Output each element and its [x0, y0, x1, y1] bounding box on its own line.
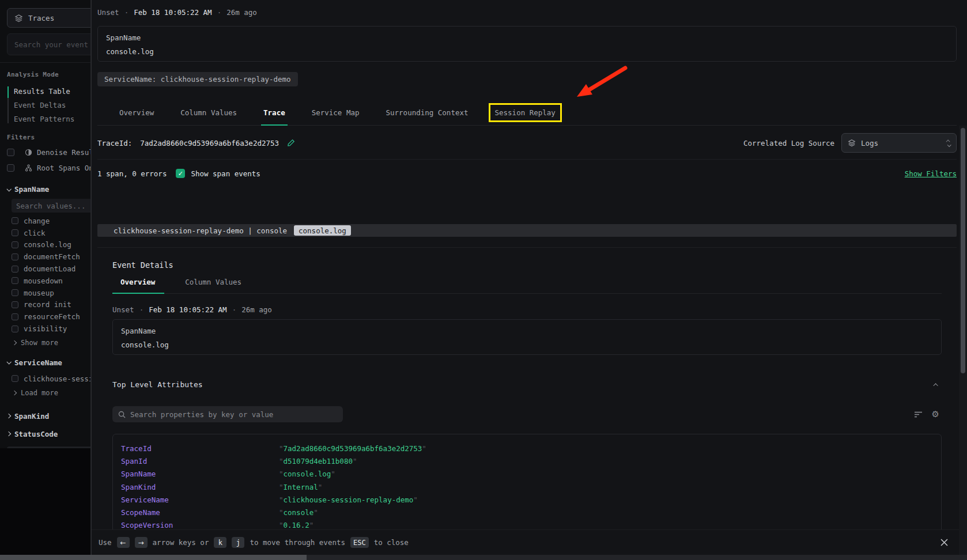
attribute-row[interactable]: SpanKindInternal [121, 480, 941, 493]
analysis-mode-event-patterns[interactable]: Event Patterns [14, 112, 91, 126]
spanname-option[interactable]: documentFetch [12, 251, 91, 263]
servicename-load-more[interactable]: Load more [13, 387, 91, 399]
show-span-events-label[interactable]: Show span events [191, 169, 260, 178]
attribute-value: 0.16.2 [279, 521, 313, 529]
option-checkbox[interactable] [12, 289, 18, 296]
attribute-key: ServiceName [121, 495, 279, 504]
option-checkbox[interactable] [12, 375, 18, 382]
attribute-row[interactable]: ScopeNameconsole [121, 506, 941, 519]
event-details-tabs: Overview Column Values [112, 274, 942, 294]
spanname-option[interactable]: record init [12, 299, 91, 311]
attribute-row[interactable]: SpanNameconsole.log [121, 468, 941, 480]
option-checkbox[interactable] [12, 326, 18, 332]
spanname-option[interactable]: console.log [12, 239, 91, 251]
separator-dot: · [139, 305, 144, 314]
option-checkbox[interactable] [12, 277, 18, 284]
event-details-tab-overview[interactable]: Overview [120, 274, 155, 293]
chevron-right-icon [6, 432, 11, 436]
status-value: Unset [97, 8, 119, 17]
option-checkbox[interactable] [12, 313, 18, 320]
option-checkbox[interactable] [12, 229, 18, 236]
keyboard-hints-footer: Use ← → arrow keys or k j to move throug… [92, 529, 959, 555]
horizontal-scrollbar-track[interactable] [0, 555, 967, 560]
filter-lines-icon[interactable] [914, 411, 923, 418]
log-source-value: Logs [861, 139, 878, 147]
option-checkbox[interactable] [12, 266, 18, 273]
tab-column-values[interactable]: Column Values [180, 108, 237, 125]
status-value: Unset [112, 305, 134, 314]
j-key: j [232, 537, 244, 548]
close-panel-button[interactable] [940, 538, 949, 547]
event-details-status-line: Unset · Feb 18 10:05:22 AM · 26m ago [112, 304, 942, 315]
option-checkbox[interactable] [12, 217, 18, 224]
spanname-values-search[interactable] [12, 199, 91, 213]
option-checkbox[interactable] [12, 301, 18, 308]
denoise-checkbox[interactable] [7, 149, 14, 156]
filter-group-servicename[interactable]: ServiceName [7, 358, 91, 367]
tab-surrounding-context[interactable]: Surrounding Context [386, 108, 469, 125]
top-level-attributes-header[interactable]: Top Level Attributes [112, 380, 942, 389]
sidebar-search-input[interactable] [14, 40, 91, 49]
waterfall-span-row[interactable]: clickhouse-session-replay-demo | console… [97, 224, 957, 237]
attribute-row[interactable]: TraceId7ad2ad8660c9d53969a6bf6a3e2d2753 [121, 442, 941, 455]
filters-header: Filters [7, 134, 91, 141]
source-selector-button[interactable]: Traces [7, 8, 91, 28]
edit-pencil-icon[interactable] [287, 139, 295, 147]
spanname-values-search-input[interactable] [16, 202, 91, 210]
attribute-value: 7ad2ad8660c9d53969a6bf6a3e2d2753 [279, 444, 426, 453]
spanname-option[interactable]: mousedown [12, 275, 91, 287]
chevron-down-icon [6, 360, 11, 365]
show-more-label: Show more [21, 339, 58, 347]
tab-session-replay[interactable]: Session Replay [495, 108, 556, 125]
spanname-option[interactable]: resourceFetch [12, 311, 91, 323]
spanname-option[interactable]: visibility [12, 323, 91, 335]
root-spans-toggle[interactable]: Root Spans Onl [7, 160, 91, 176]
spanname-option[interactable]: documentLoad [12, 263, 91, 275]
event-timestamp: Feb 18 10:05:22 AM [149, 305, 226, 314]
servicename-option[interactable]: clickhouse-sessi [12, 373, 91, 385]
attribute-row[interactable]: SpanIdd51079d4eb11b080 [121, 455, 941, 467]
attributes-search[interactable] [112, 406, 343, 422]
denoise-results-toggle[interactable]: Denoise Result [7, 145, 91, 160]
chevron-right-icon [6, 414, 11, 418]
tab-trace[interactable]: Trace [263, 108, 285, 125]
gear-icon[interactable]: ⚙ [932, 410, 939, 419]
tab-overview[interactable]: Overview [119, 108, 154, 125]
spanname-option[interactable]: mouseup [12, 287, 91, 299]
app-root: Traces Analysis Mode Results Table Event… [0, 0, 967, 560]
horizontal-scrollbar-thumb[interactable] [0, 555, 307, 560]
option-label: change [24, 217, 50, 225]
spanname-show-more[interactable]: Show more [13, 336, 91, 349]
event-details-tab-column-values[interactable]: Column Values [185, 274, 241, 293]
sidebar-results-area [0, 448, 91, 555]
top-level-attributes-label: Top Level Attributes [112, 380, 203, 389]
collapse-chevron-up-icon[interactable] [933, 383, 938, 388]
filter-group-servicename-label: ServiceName [14, 358, 62, 367]
filter-group-spanname-label: SpanName [14, 185, 49, 194]
right-arrow-key: → [135, 537, 148, 548]
spanname-option[interactable]: click [12, 227, 91, 239]
tab-service-map[interactable]: Service Map [312, 108, 360, 125]
layers-icon [14, 14, 23, 22]
analysis-mode-event-deltas[interactable]: Event Deltas [14, 98, 91, 112]
sidebar-search[interactable] [7, 33, 91, 55]
analysis-mode-results-table[interactable]: Results Table [14, 84, 91, 98]
root-spans-checkbox[interactable] [7, 164, 14, 172]
option-checkbox[interactable] [12, 253, 18, 260]
filter-group-statuscode[interactable]: StatusCode [7, 430, 91, 438]
attribute-row[interactable]: ServiceNameclickhouse-session-replay-dem… [121, 493, 941, 506]
attributes-search-input[interactable] [130, 410, 337, 419]
attributes-toolbar: ⚙ [112, 406, 942, 422]
attribute-value: console [279, 508, 318, 517]
service-name-chip[interactable]: ServiceName: clickhouse-session-replay-d… [97, 72, 298, 86]
filter-group-spanname[interactable]: SpanName [7, 185, 91, 194]
show-span-events-checkbox[interactable]: ✓ [176, 169, 185, 178]
footer-text: arrow keys or [153, 538, 209, 547]
panel-scrollbar-thumb[interactable] [961, 128, 965, 373]
option-checkbox[interactable] [12, 241, 18, 248]
show-filters-link[interactable]: Show Filters [905, 169, 957, 178]
filter-group-spankind[interactable]: SpanKind [7, 412, 91, 421]
log-source-select[interactable]: Logs [841, 133, 957, 153]
spanname-option[interactable]: change [12, 215, 91, 227]
sidebar: Traces Analysis Mode Results Table Event… [0, 0, 91, 555]
